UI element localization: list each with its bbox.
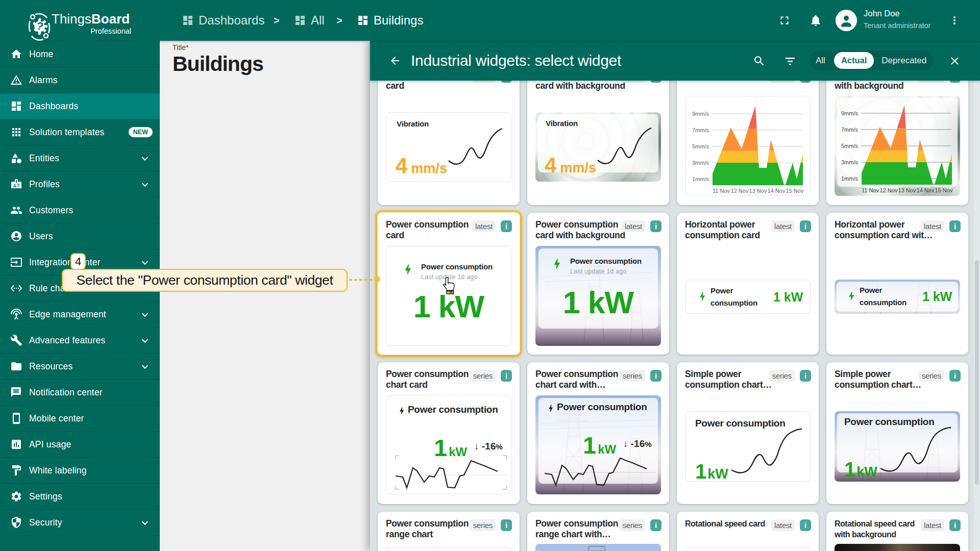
svg-text:9mm/s: 9mm/s — [692, 111, 709, 117]
svg-text:3mm/s: 3mm/s — [841, 159, 859, 165]
svg-text:12 Nov: 12 Nov — [731, 188, 749, 194]
svg-text:5mm/s: 5mm/s — [841, 143, 859, 149]
svg-text:7mm/s: 7mm/s — [692, 127, 709, 133]
svg-text:13 Nov: 13 Nov — [898, 187, 916, 193]
svg-text:1mm/s: 1mm/s — [692, 176, 709, 182]
svg-text:1mm/s: 1mm/s — [841, 176, 859, 182]
svg-text:12 Nov: 12 Nov — [880, 187, 898, 193]
svg-text:11 Nov: 11 Nov — [713, 188, 730, 194]
svg-text:13 Nov: 13 Nov — [749, 188, 767, 194]
svg-text:15 Nov: 15 Nov — [786, 188, 804, 194]
svg-text:14 Nov: 14 Nov — [768, 188, 786, 194]
svg-text:9mm/s: 9mm/s — [841, 110, 859, 116]
svg-text:15 Nov: 15 Nov — [935, 187, 953, 193]
svg-text:5mm/s: 5mm/s — [692, 143, 709, 149]
svg-text:11 Nov: 11 Nov — [862, 187, 879, 193]
svg-text:14 Nov: 14 Nov — [917, 187, 935, 193]
svg-text:3mm/s: 3mm/s — [692, 160, 709, 166]
svg-text:7mm/s: 7mm/s — [841, 127, 859, 133]
